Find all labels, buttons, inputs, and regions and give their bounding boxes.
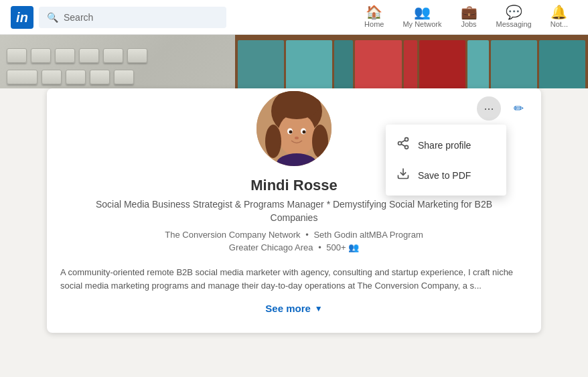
my-network-icon: 👥 [414, 5, 431, 19]
key-11 [114, 70, 134, 84]
edit-profile-button[interactable]: ✏ [506, 96, 530, 121]
search-bar[interactable]: 🔍 Search [39, 7, 226, 28]
profile-actions: ··· ✏ [477, 96, 530, 121]
nav-label-messaging: Messaging [496, 20, 532, 28]
profile-card: ··· ✏ Share profile [47, 88, 541, 333]
search-placeholder-text: Search [64, 12, 93, 23]
nav-item-messaging[interactable]: 💬 Messaging [487, 0, 541, 35]
svg-point-10 [312, 125, 328, 158]
notifications-icon: 🔔 [550, 5, 567, 19]
meta-separator-2: • [318, 242, 321, 252]
svg-point-6 [303, 131, 306, 134]
see-more-label: See more [265, 303, 311, 314]
save-pdf-label: Save to PDF [418, 170, 471, 181]
share-icon [396, 137, 410, 153]
save-pdf-item[interactable]: Save to PDF [386, 160, 506, 190]
see-more-button[interactable]: See more ▼ [47, 297, 541, 319]
jobs-icon: 💼 [461, 5, 477, 19]
key-4 [79, 48, 99, 63]
linkedin-logo[interactable]: in [11, 6, 33, 29]
home-icon: 🏠 [366, 5, 382, 19]
profile-company-education: The Conversion Company Network • Seth Go… [74, 230, 514, 240]
svg-point-7 [295, 137, 299, 139]
key-10 [90, 70, 110, 84]
search-icon: 🔍 [47, 12, 58, 23]
svg-point-13 [398, 142, 402, 145]
nav-item-jobs[interactable]: 💼 Jobs [451, 0, 487, 35]
svg-point-12 [405, 138, 409, 141]
download-icon [396, 167, 410, 183]
company-name: The Conversion Company Network [165, 230, 300, 240]
key-9 [66, 70, 86, 84]
key-8 [42, 70, 62, 84]
nav-item-home[interactable]: 🏠 Home [355, 0, 393, 35]
key-7 [7, 70, 38, 84]
nav-label-home: Home [364, 20, 384, 28]
nav-item-my-network[interactable]: 👥 My Network [393, 0, 451, 35]
education-name: Seth Godin altMBA Program [313, 230, 423, 240]
key-2 [31, 48, 51, 63]
key-1 [7, 48, 27, 63]
location: Greater Chicago Area [229, 242, 313, 252]
chevron-down-icon: ▼ [315, 304, 323, 313]
nav-label-jobs: Jobs [461, 20, 476, 28]
svg-point-5 [289, 131, 293, 134]
key-3 [55, 48, 75, 63]
messaging-icon: 💬 [506, 5, 522, 19]
avatar [254, 88, 334, 169]
key-6 [127, 48, 147, 63]
connections-icon: 👥 [348, 242, 359, 252]
meta-separator-1: • [305, 230, 309, 240]
svg-point-9 [265, 125, 281, 158]
profile-location-connections: Greater Chicago Area • 500+ 👥 [74, 242, 514, 252]
avatar-image [256, 91, 334, 169]
svg-line-16 [401, 140, 405, 142]
profile-headline: Social Media Business Strategist & Progr… [74, 198, 514, 224]
nav-items: 🏠 Home 👥 My Network 💼 Jobs 💬 Messaging 🔔… [355, 0, 577, 35]
share-profile-item[interactable]: Share profile [386, 130, 506, 160]
key-5 [103, 48, 123, 63]
svg-point-14 [405, 145, 409, 149]
nav-label-my-network: My Network [402, 20, 441, 28]
more-options-button[interactable]: ··· [477, 96, 501, 121]
svg-point-2 [278, 113, 315, 156]
profile-bio: A community-oriented remote B2B social m… [47, 255, 541, 297]
svg-line-15 [401, 144, 405, 146]
navbar: in 🔍 Search 🏠 Home 👥 My Network 💼 Jobs 💬… [0, 0, 588, 35]
nav-item-notifications[interactable]: 🔔 Not... [541, 0, 577, 35]
share-profile-label: Share profile [418, 140, 471, 151]
connections-count: 500+ [326, 242, 346, 252]
linkedin-logo-text: in [16, 11, 28, 24]
dropdown-menu: Share profile Save to PDF [386, 125, 506, 196]
nav-label-notifications: Not... [550, 20, 568, 28]
svg-point-11 [273, 91, 320, 119]
